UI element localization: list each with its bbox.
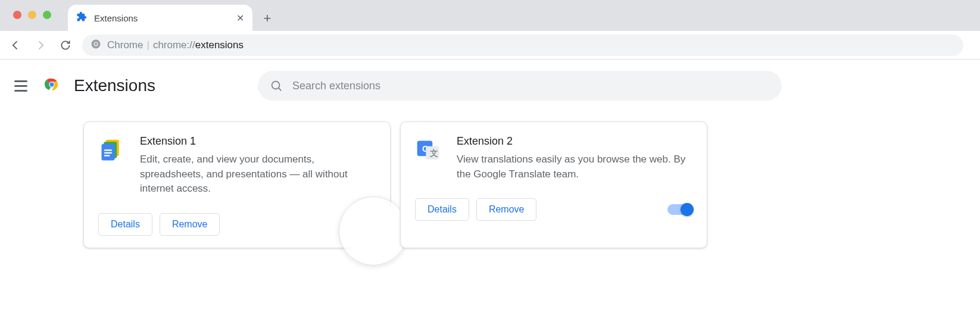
search-placeholder: Search extensions [292,80,380,92]
menu-button[interactable] [12,77,30,95]
extension-name: Extension 2 [457,135,692,148]
chrome-logo-icon [43,76,61,96]
remove-button[interactable]: Remove [476,198,537,221]
svg-rect-11 [104,152,112,154]
forward-button[interactable] [32,37,49,54]
enable-toggle[interactable] [667,204,692,215]
tab-title: Extensions [94,13,229,23]
svg-rect-10 [104,149,112,151]
page-header: Extensions Search extensions [0,60,980,112]
address-bar[interactable]: Chrome|chrome://extensions [82,35,963,56]
remove-button[interactable]: Remove [160,213,220,236]
search-input[interactable]: Search extensions [258,71,782,101]
back-button[interactable] [7,37,24,54]
window-controls [13,11,51,19]
svg-text:文: 文 [430,149,438,158]
details-button[interactable]: Details [98,213,152,236]
details-button[interactable]: Details [415,198,469,221]
chrome-icon [90,39,101,52]
search-icon [270,79,283,92]
new-tab-button[interactable]: + [257,8,277,29]
extension-card: G 文 Extension 2 View translations easily… [400,121,707,248]
window-close-button[interactable] [13,11,21,19]
page-title: Extensions [74,76,155,95]
svg-point-6 [272,82,280,89]
extension-name: Extension 1 [140,135,376,148]
reload-button[interactable] [57,37,74,54]
extension-description: Edit, create, and view your documents, s… [140,152,376,196]
svg-rect-12 [104,155,110,156]
extensions-grid: Extension 1 Edit, create, and view your … [0,112,980,248]
translate-icon: G 文 [415,137,441,164]
svg-point-2 [95,42,98,45]
close-tab-button[interactable]: ✕ [236,12,244,24]
window-maximize-button[interactable] [43,11,51,19]
browser-tab-strip: Extensions ✕ + [0,0,980,31]
enable-toggle[interactable] [351,219,376,230]
url-text: Chrome|chrome://extensions [107,39,244,51]
docs-icon [98,137,124,164]
browser-toolbar: Chrome|chrome://extensions [0,31,980,60]
extension-description: View translations easily as you browse t… [457,152,692,182]
extension-card: Extension 1 Edit, create, and view your … [83,121,391,248]
window-minimize-button[interactable] [28,11,36,19]
browser-tab[interactable]: Extensions ✕ [68,5,252,31]
puzzle-piece-icon [76,11,87,24]
